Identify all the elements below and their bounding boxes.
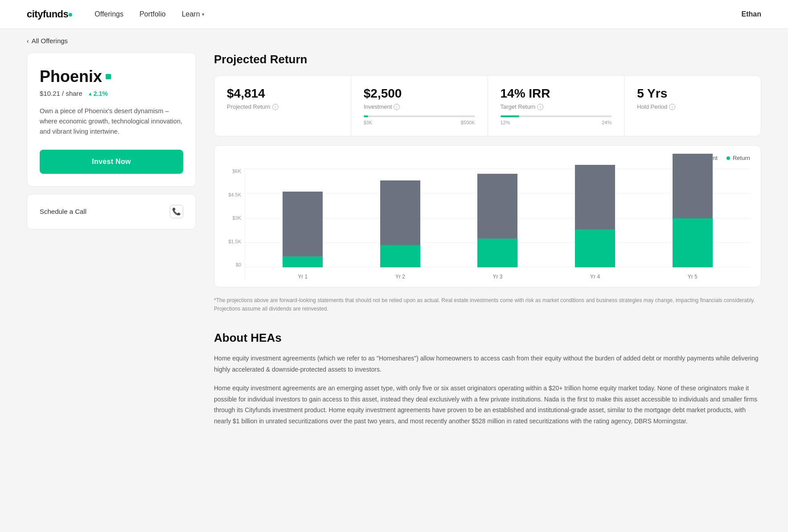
learn-dropdown-icon: ▾ — [202, 12, 205, 17]
projected-return-value: $4,814 — [227, 86, 338, 101]
chart-area: $6K $4.5K $3K $1.5K $0 — [225, 168, 750, 280]
user-name: Ethan — [742, 10, 761, 18]
investment-slider-labels: $3K $500K — [364, 120, 475, 125]
bar-group-yr3 — [477, 174, 517, 267]
investment-slider-fill — [364, 115, 368, 117]
y-label-3k: $3K — [225, 215, 241, 221]
main-header: cityfunds Offerings Portfolio Learn ▾ Et… — [0, 0, 788, 29]
x-label-yr2: Yr 2 — [380, 274, 420, 280]
chart-legend: Investment Return — [225, 155, 750, 161]
about-heas-title: About HEAs — [214, 331, 761, 345]
y-label-6k: $6K — [225, 168, 241, 174]
chart-bars-area: Yr 1Yr 2Yr 3Yr 4Yr 5 — [245, 168, 750, 280]
bar-investment-yr1 — [283, 192, 323, 256]
back-arrow-icon: ‹ — [27, 37, 29, 45]
metric-projected-return: $4,814 Projected Return i — [214, 76, 351, 136]
city-name: Phoenix — [40, 67, 183, 86]
bar-return-yr5 — [673, 218, 713, 267]
hold-period-info-icon[interactable]: i — [669, 104, 675, 110]
about-para-1: Home equity investment agreements (which… — [214, 353, 761, 375]
schedule-call-card[interactable]: Schedule a Call 📞 — [27, 194, 196, 229]
bar-stack-yr3 — [477, 174, 517, 267]
target-return-slider-labels: 12% 24% — [501, 120, 612, 125]
nav-learn[interactable]: Learn ▾ — [182, 10, 205, 18]
left-panel: Phoenix $10.21 / share ▲ 2.1% Own a piec… — [27, 53, 196, 434]
chart-y-labels: $6K $4.5K $3K $1.5K $0 — [225, 168, 245, 280]
legend-return: Return — [726, 155, 750, 161]
hold-period-value: 5 Yrs — [637, 86, 748, 101]
metrics-row: $4,814 Projected Return i $2,500 Investm… — [214, 75, 761, 136]
investment-info-icon[interactable]: i — [394, 104, 400, 110]
chart-disclaimer: *The projections above are forward-looki… — [214, 296, 761, 313]
about-para-2: Home equity investment agreements are an… — [214, 383, 761, 426]
breadcrumb: ‹ All Offerings — [0, 29, 788, 53]
bar-group-yr1 — [283, 192, 323, 267]
y-label-45k: $4.5K — [225, 192, 241, 197]
hold-period-label: Hold Period i — [637, 103, 748, 110]
target-return-slider-fill — [501, 115, 519, 117]
bar-return-yr2 — [380, 245, 420, 267]
nav-portfolio[interactable]: Portfolio — [140, 10, 166, 18]
right-panel: Projected Return $4,814 Projected Return… — [214, 53, 761, 434]
city-active-indicator — [106, 74, 111, 79]
bar-stack-yr2 — [380, 180, 420, 267]
bar-stack-yr1 — [283, 192, 323, 267]
legend-return-dot — [726, 156, 730, 160]
schedule-call-label: Schedule a Call — [40, 208, 86, 215]
logo[interactable]: cityfunds — [27, 8, 72, 20]
price-per-share: $10.21 / share — [40, 90, 82, 97]
projected-return-label: Projected Return i — [227, 103, 338, 110]
invest-now-button[interactable]: Invest Now — [40, 150, 183, 174]
investment-card: Phoenix $10.21 / share ▲ 2.1% Own a piec… — [27, 53, 196, 187]
price-change: ▲ 2.1% — [88, 90, 108, 97]
target-return-label: Target Return i — [501, 103, 612, 110]
bar-investment-yr3 — [477, 174, 517, 238]
price-row: $10.21 / share ▲ 2.1% — [40, 90, 183, 97]
main-content: Phoenix $10.21 / share ▲ 2.1% Own a piec… — [0, 53, 788, 461]
bar-stack-yr5 — [673, 154, 713, 267]
projected-return-title: Projected Return — [214, 53, 761, 66]
bar-investment-yr5 — [673, 154, 713, 218]
metric-hold-period: 5 Yrs Hold Period i — [624, 76, 761, 136]
bar-group-yr2 — [380, 180, 420, 267]
target-return-slider[interactable] — [501, 115, 612, 117]
bar-stack-yr4 — [575, 165, 615, 267]
x-label-yr1: Yr 1 — [283, 274, 323, 280]
y-label-15k: $1.5K — [225, 239, 241, 244]
bar-group-yr5 — [673, 154, 713, 267]
bar-return-yr3 — [477, 238, 517, 267]
chart-container: Investment Return $6K $4.5K $3K $1.5K $0 — [214, 145, 761, 287]
metric-investment: $2,500 Investment i $3K $500K — [351, 76, 488, 136]
x-label-yr3: Yr 3 — [477, 274, 517, 280]
bar-group-yr4 — [575, 165, 615, 267]
back-button[interactable]: ‹ All Offerings — [27, 37, 68, 45]
main-nav: Offerings Portfolio Learn ▾ — [94, 10, 741, 18]
projected-return-info-icon[interactable]: i — [272, 104, 279, 110]
bar-return-yr1 — [283, 256, 323, 267]
nav-offerings[interactable]: Offerings — [94, 10, 123, 18]
up-arrow-icon: ▲ — [88, 91, 93, 96]
bar-investment-yr4 — [575, 165, 615, 229]
x-label-yr5: Yr 5 — [673, 274, 713, 280]
target-return-value: 14% IRR — [501, 86, 612, 101]
target-return-info-icon[interactable]: i — [537, 104, 543, 110]
city-description: Own a piece of Phoenix's desert dynamism… — [40, 106, 183, 137]
x-labels: Yr 1Yr 2Yr 3Yr 4Yr 5 — [245, 274, 750, 280]
x-label-yr4: Yr 4 — [575, 274, 615, 280]
phone-icon: 📞 — [170, 205, 183, 218]
bars-wrapper — [245, 168, 750, 267]
bar-return-yr4 — [575, 229, 615, 267]
metric-target-return: 14% IRR Target Return i 12% 24% — [488, 76, 625, 136]
about-heas-section: About HEAs Home equity investment agreem… — [214, 331, 761, 426]
investment-label: Investment i — [364, 103, 475, 110]
investment-slider[interactable] — [364, 115, 475, 117]
investment-value: $2,500 — [364, 86, 475, 101]
y-label-0: $0 — [225, 262, 241, 267]
bar-investment-yr2 — [380, 180, 420, 245]
